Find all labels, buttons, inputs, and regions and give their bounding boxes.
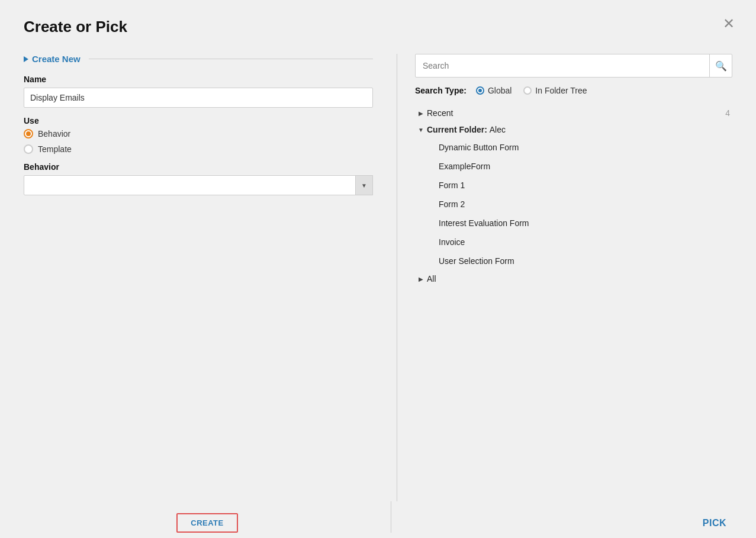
current-folder-label: Current Folder: Alec: [427, 125, 732, 134]
current-folder-children: Dynamic Button Form ExampleForm Form 1 F…: [415, 138, 732, 270]
behavior-select[interactable]: [24, 175, 373, 195]
folder-tree-option[interactable]: In Folder Tree: [523, 86, 587, 95]
list-item[interactable]: User Selection Form: [439, 252, 732, 270]
behavior-select-wrapper: [24, 175, 373, 195]
search-type-label: Search Type:: [415, 86, 467, 95]
search-type-row: Search Type: Global In Folder Tree: [415, 86, 732, 95]
name-input[interactable]: [24, 88, 373, 108]
global-label: Global: [488, 86, 511, 95]
all-label: All: [427, 274, 732, 284]
search-input[interactable]: [416, 55, 709, 76]
right-panel: 🔍 Search Type: Global In Folder Tree: [397, 54, 732, 501]
template-radio[interactable]: [24, 144, 33, 154]
left-panel: Create New Name Use Behavior: [24, 54, 391, 501]
recent-count: 4: [725, 108, 732, 118]
behavior-group: Behavior: [24, 162, 373, 195]
recent-label: Recent: [427, 108, 725, 118]
list-item[interactable]: Form 1: [439, 176, 732, 195]
search-type-options: Global In Folder Tree: [476, 86, 587, 95]
pick-button[interactable]: PICK: [697, 513, 732, 533]
behavior-radio-label[interactable]: Behavior: [24, 129, 373, 138]
all-tree-item[interactable]: ▶ All: [415, 270, 732, 287]
template-radio-text: Template: [38, 144, 72, 154]
recent-tree-item[interactable]: ▶ Recent 4: [415, 105, 732, 121]
behavior-radio[interactable]: [24, 129, 33, 138]
use-radio-group: Behavior Template: [24, 129, 373, 154]
collapse-icon: [24, 56, 28, 62]
list-item[interactable]: Interest Evaluation Form: [439, 214, 732, 233]
behavior-label: Behavior: [24, 162, 373, 172]
create-or-pick-dialog: Create or Pick ✕ Create New Name Use: [0, 0, 756, 538]
template-radio-label[interactable]: Template: [24, 144, 373, 154]
folder-tree-label: In Folder Tree: [535, 86, 587, 95]
dialog-title: Create or Pick: [24, 18, 732, 36]
current-folder-name: Alec: [490, 125, 506, 134]
use-label: Use: [24, 116, 373, 125]
search-bar: 🔍: [415, 54, 732, 78]
right-footer: PICK: [391, 501, 732, 533]
behavior-radio-text: Behavior: [38, 129, 70, 138]
file-tree: ▶ Recent 4 ▼ Current Folder: Alec: [415, 105, 732, 501]
list-item[interactable]: Invoice: [439, 233, 732, 252]
recent-toggle-icon: ▶: [415, 110, 427, 117]
footer-area: CREATE PICK: [24, 501, 732, 533]
create-new-header: Create New: [24, 54, 373, 64]
current-folder-bold: Current Folder:: [427, 125, 490, 134]
create-button[interactable]: CREATE: [176, 513, 237, 533]
current-folder-toggle-icon: ▼: [415, 127, 427, 133]
list-item[interactable]: Form 2: [439, 195, 732, 214]
folder-tree-radio[interactable]: [523, 86, 532, 95]
left-footer: CREATE: [24, 501, 391, 533]
current-folder-tree-item[interactable]: ▼ Current Folder: Alec: [415, 121, 732, 138]
list-item[interactable]: ExampleForm: [439, 157, 732, 176]
name-label: Name: [24, 75, 373, 84]
global-option[interactable]: Global: [476, 86, 511, 95]
close-button[interactable]: ✕: [723, 17, 735, 31]
use-group: Use Behavior Template: [24, 116, 373, 154]
search-button[interactable]: 🔍: [709, 54, 732, 77]
all-toggle-icon: ▶: [415, 276, 427, 282]
create-new-label: Create New: [32, 54, 81, 64]
global-radio[interactable]: [476, 86, 484, 95]
list-item[interactable]: Dynamic Button Form: [439, 138, 732, 157]
name-group: Name: [24, 75, 373, 108]
